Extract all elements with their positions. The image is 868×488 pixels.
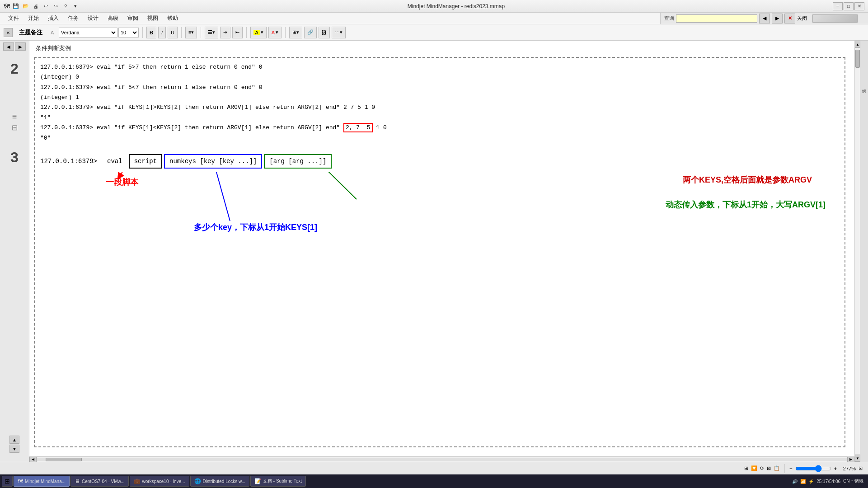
annotations-area: 一段脚本 多少个key，下标从1开始KEYS[1] 两个KEYS,空格后面就是参…: [40, 172, 839, 253]
menu-help[interactable]: 帮助: [163, 14, 183, 23]
minimize-button[interactable]: −: [833, 2, 843, 10]
content-title: 条件判断案例: [29, 41, 854, 54]
scroll-down[interactable]: ▼: [9, 445, 19, 453]
taskbar-sublime-label: 文档 - Sublime Text: [263, 478, 302, 484]
outline-panel: 大纲: [860, 41, 868, 462]
taskbar-distributed-label: Distributed Locks w...: [203, 479, 245, 484]
list-icon[interactable]: ⊟: [12, 123, 18, 132]
status-icon-2[interactable]: 🔽: [751, 465, 757, 471]
taskbar-sublime[interactable]: 📝 文档 - Sublime Text: [250, 476, 306, 487]
zoom-slider[interactable]: [795, 465, 831, 472]
divider-3: [201, 27, 201, 38]
left-panel: ◀ ▶ 2 ≡ ⊟ 3 ▲ ▼: [0, 41, 29, 462]
notes-title: 主题备注: [19, 28, 42, 37]
power-icon[interactable]: ⚡: [808, 479, 814, 484]
quick-access-print[interactable]: 🖨: [32, 2, 40, 10]
outdent-button[interactable]: ⇤: [232, 27, 243, 38]
scroll-up[interactable]: ▲: [9, 436, 19, 444]
menu-view[interactable]: 视图: [143, 14, 163, 23]
menu-advanced[interactable]: 高级: [103, 14, 123, 23]
nav-next[interactable]: ▶: [772, 14, 783, 23]
maximize-button[interactable]: □: [844, 2, 854, 10]
status-icon-1[interactable]: ⊞: [744, 465, 748, 471]
table-button[interactable]: ⊞▾: [289, 27, 302, 38]
scroll-down-btn[interactable]: ▼: [855, 455, 860, 462]
italic-button[interactable]: I: [158, 27, 166, 38]
taskbar-workspace[interactable]: 💼 workspace10 - Inve...: [130, 476, 189, 487]
code-line-2: (integer) 0: [40, 72, 839, 82]
network-icon[interactable]: 📶: [800, 479, 806, 484]
dynamic-annotation: 动态传入参数，下标从1开始，大写ARGV[1]: [666, 199, 826, 210]
align-button[interactable]: ≡▾: [185, 27, 197, 38]
expand-icon[interactable]: ≡: [12, 112, 17, 122]
font-color-button[interactable]: A▾: [268, 27, 282, 38]
menu-row: 文件 开始 插入 任务 设计 高级 审阅 视图 帮助 查询 ◀ ▶ ✕ 关闭: [0, 13, 868, 24]
code-line-5: 127.0.0.1:6379> eval "if KEYS[1]>KEYS[2]…: [40, 103, 839, 113]
panel-toggle[interactable]: «: [4, 28, 13, 37]
quick-access-open[interactable]: 📂: [22, 2, 30, 10]
underline-button[interactable]: U: [168, 27, 178, 38]
quick-access-redo[interactable]: ↪: [52, 2, 60, 10]
menu-design[interactable]: 设计: [83, 14, 103, 23]
args-box: [arg [arg ...]]: [264, 154, 332, 169]
taskbar-distributed[interactable]: 🌐 Distributed Locks w...: [190, 476, 249, 487]
list-button[interactable]: ☰▾: [205, 27, 218, 38]
argv-annotation: 两个KEYS,空格后面就是参数ARGV: [683, 174, 812, 185]
editor-area: 条件判断案例 127.0.0.1:6379> eval "if 5>7 then…: [29, 41, 854, 462]
v-thumb[interactable]: [855, 50, 860, 68]
status-divider: [784, 464, 785, 473]
menu-task[interactable]: 任务: [63, 14, 83, 23]
menu-insert[interactable]: 插入: [43, 14, 63, 23]
h-thumb[interactable]: [46, 458, 82, 461]
volume-icon[interactable]: 🔊: [792, 479, 798, 484]
taskbar-mindjet[interactable]: 🗺 Mindjet MindMana...: [14, 476, 70, 487]
nav-prev[interactable]: ◀: [759, 14, 770, 23]
scroll-right-btn[interactable]: ▶: [847, 457, 854, 462]
menu-home[interactable]: 开始: [23, 14, 43, 23]
close-button[interactable]: ✕: [854, 2, 864, 10]
status-icon-3[interactable]: ⟳: [760, 465, 764, 471]
start-button[interactable]: ⊞: [2, 476, 13, 487]
taskbar-right: 🔊 📶 ⚡ 25:17/54:06 CN ↑ 猪饿: [789, 478, 866, 484]
menu-file[interactable]: 文件: [4, 14, 23, 23]
nav-close[interactable]: ✕: [784, 14, 795, 23]
indent-button[interactable]: ⇥: [220, 27, 230, 38]
zoom-out-btn[interactable]: −: [789, 466, 792, 471]
menu-review[interactable]: 审阅: [123, 14, 143, 23]
title-bar: 🗺 💾 📂 🖨 ↩ ↪ ? ▾ Mindjet MindManager - re…: [0, 0, 868, 13]
bold-button[interactable]: B: [146, 27, 156, 38]
status-icon-5[interactable]: 📋: [774, 465, 780, 471]
taskbar-centos[interactable]: 🖥 CentOS7-04 - VMw...: [70, 476, 128, 487]
line-number-2: 2: [10, 61, 19, 76]
qat-dropdown[interactable]: ▾: [71, 2, 80, 10]
v-scrollbar[interactable]: ▲ ▼: [854, 41, 860, 462]
svg-line-1: [207, 172, 230, 221]
script-box: script: [129, 154, 162, 169]
code-line-4: (integer) 1: [40, 93, 839, 103]
scroll-left-btn[interactable]: ◀: [29, 457, 37, 462]
nav-left[interactable]: ◀: [3, 42, 14, 51]
quick-access-undo[interactable]: ↩: [42, 2, 50, 10]
font-style-icon: A: [51, 30, 58, 35]
scroll-up-btn[interactable]: ▲: [855, 41, 860, 48]
quick-access-help[interactable]: ?: [61, 2, 70, 10]
h-track: [37, 458, 847, 461]
highlight-box: 2, 7 5: [343, 123, 373, 132]
link-button[interactable]: 🔗: [304, 27, 317, 38]
taskbar-workspace-label: workspace10 - Inve...: [142, 479, 185, 484]
search-input[interactable]: [676, 14, 757, 23]
app-icon: 🗺: [4, 3, 10, 10]
quick-access-save[interactable]: 💾: [12, 2, 20, 10]
h-scrollbar[interactable]: ◀ ▶: [29, 456, 854, 462]
nav-right[interactable]: ▶: [15, 42, 26, 51]
font-family-select[interactable]: Verdana: [59, 28, 117, 38]
font-size-select[interactable]: 10: [118, 28, 139, 38]
zoom-in-btn[interactable]: +: [834, 466, 837, 471]
image-button[interactable]: 🖼: [319, 27, 330, 38]
zoom-fit-btn[interactable]: ⊡: [859, 465, 863, 471]
highlight-button[interactable]: A▾: [250, 27, 266, 38]
nav-arrows: ◀ ▶: [3, 42, 26, 51]
more-button[interactable]: ⋯▾: [332, 27, 346, 38]
status-icon-4[interactable]: ⊠: [767, 465, 771, 471]
window-controls: − □ ✕: [833, 2, 864, 10]
